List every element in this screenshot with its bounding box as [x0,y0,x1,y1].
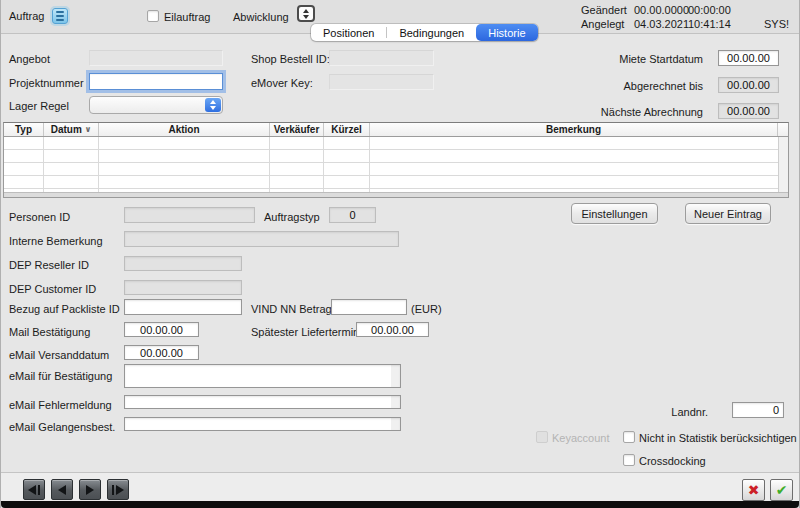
email-gelangensbest-field[interactable] [124,417,401,431]
lager-regel-label: Lager Regel [9,100,69,112]
table-bottom-strip [4,192,788,197]
table-scrollbar[interactable] [778,137,788,193]
sort-chevron-icon: ∨ [85,126,92,134]
stepper-down-icon [303,15,309,19]
dep-customer-id-field [124,280,242,295]
history-table-body [4,137,788,193]
personen-id-field [124,207,255,223]
tab-historie[interactable]: Historie [476,24,537,41]
confirm-button[interactable]: ✔ [770,479,793,501]
lager-regel-popup[interactable] [89,96,223,114]
table-row[interactable] [4,137,788,150]
tab-positionen[interactable]: Positionen [311,24,386,41]
previous-record-button[interactable] [51,479,73,500]
auftragstyp-label: Auftragstyp [264,211,320,223]
emover-key-field [329,74,434,90]
history-table-header: Typ Datum∨ Aktion Verkäufer Kürzel Bemer… [4,123,788,137]
column-header-bemerkung[interactable]: Bemerkung [370,123,778,136]
last-record-bar [112,485,114,495]
email-fehlermeldung-field[interactable] [124,395,401,409]
first-record-bar [38,485,40,495]
email-versanddatum-field[interactable]: 00.00.00 [124,345,199,360]
spaetester-liefertermin-field[interactable]: 00.00.00 [356,322,429,337]
personen-id-label: Personen ID [9,211,70,223]
naechste-abrechnung-label: Nächste Abrechnung [591,106,703,118]
email-bestaetigung-field[interactable] [124,364,401,388]
column-header-typ[interactable]: Typ [4,123,44,136]
statistik-checkbox[interactable] [623,431,635,443]
crossdocking-checkbox[interactable] [623,454,635,466]
tab-bedingungen[interactable]: Bedingungen [387,24,476,41]
first-record-icon [28,485,36,495]
projektnummer-input[interactable] [89,73,223,90]
email-versanddatum-label: eMail Versanddatum [9,349,109,361]
mail-bestaetigung-label: Mail Bestätigung [9,326,90,338]
miete-startdatum-label: Miete Startdatum [591,53,703,65]
eilauftrag-label: Eilauftrag [164,11,210,23]
landnr-label: Landnr. [641,406,708,418]
abwicklung-stepper[interactable] [297,5,315,22]
abgerechnet-bis-field: 00.00.00 [718,77,779,93]
dep-reseller-id-field [124,256,242,271]
miete-startdatum-field[interactable]: 00.00.00 [718,50,779,66]
cancel-button[interactable]: ✖ [742,479,765,501]
dep-customer-id-label: DEP Customer ID [9,283,96,295]
abgerechnet-bis-label: Abgerechnet bis [591,80,703,92]
keyaccount-checkbox [536,431,548,443]
keyaccount-label: Keyaccount [552,432,609,444]
popup-up-icon [210,100,216,104]
interne-bemerkung-field [124,231,399,247]
shop-bestell-id-field [329,50,434,66]
einstellungen-button[interactable]: Einstellungen [571,203,658,224]
column-header-kuerzel[interactable]: Kürzel [324,123,370,136]
created-date: 04.03.2021 [634,18,689,30]
naechste-abrechnung-field: 00.00.00 [718,103,779,119]
cancel-x-icon: ✖ [748,482,760,498]
dep-reseller-id-label: DEP Reseller ID [9,259,89,271]
mail-bestaetigung-field[interactable]: 00.00.00 [124,322,199,337]
crossdocking-label: Crossdocking [639,455,706,467]
popup-down-icon [210,106,216,110]
window-title: Auftrag [9,10,44,22]
email-fehlermeldung-label: eMail Fehlermeldung [9,399,112,411]
modified-time: 00:00:00 [688,4,731,16]
column-header-spacer [778,123,788,136]
order-list-icon[interactable] [52,8,68,24]
eur-suffix-label: (EUR) [411,303,442,315]
first-record-button[interactable] [23,479,45,500]
column-header-verkaeufer[interactable]: Verkäufer [270,123,324,136]
table-row[interactable] [4,163,788,176]
column-header-datum[interactable]: Datum∨ [44,123,99,136]
shop-bestell-id-label: Shop Bestell ID: [251,53,330,65]
statistik-label: Nicht in Statistik berücksichtigen [639,432,797,444]
table-row[interactable] [4,176,788,189]
bezug-packliste-label: Bezug auf Packliste ID [9,303,120,315]
stepper-up-icon [303,9,309,13]
angebot-label: Angebot [9,53,50,65]
column-header-aktion[interactable]: Aktion [99,123,270,136]
spaetester-liefertermin-label: Spätester Liefertermin [251,326,359,338]
last-record-icon [116,485,124,495]
next-record-button[interactable] [79,479,101,500]
abwicklung-label: Abwicklung [233,11,289,23]
tab-bar: Positionen Bedingungen Historie [311,24,538,41]
modified-date: 00.00.0000 [634,4,689,16]
created-time: 10:41:14 [688,18,731,30]
bezug-packliste-input[interactable] [124,299,242,315]
interne-bemerkung-label: Interne Bemerkung [9,235,103,247]
last-record-button[interactable] [107,479,129,500]
confirm-check-icon: ✔ [776,482,788,498]
history-table: Typ Datum∨ Aktion Verkäufer Kürzel Bemer… [3,122,789,198]
modified-label: Geändert [581,4,627,16]
vind-nn-betrag-label: VIND NN Betrag [251,303,332,315]
projektnummer-label: Projektnummer [9,77,84,89]
email-gelangensbest-label: eMail Gelangensbest. [9,421,115,433]
vind-nn-betrag-input[interactable] [331,299,407,315]
angebot-field [89,50,223,66]
eilauftrag-checkbox[interactable] [147,10,159,22]
table-row[interactable] [4,150,788,163]
neuer-eintrag-button[interactable]: Neuer Eintrag [685,203,771,224]
auftragstyp-field: 0 [329,207,376,223]
landnr-field[interactable]: 0 [732,402,784,418]
created-label: Angelegt [581,18,624,30]
